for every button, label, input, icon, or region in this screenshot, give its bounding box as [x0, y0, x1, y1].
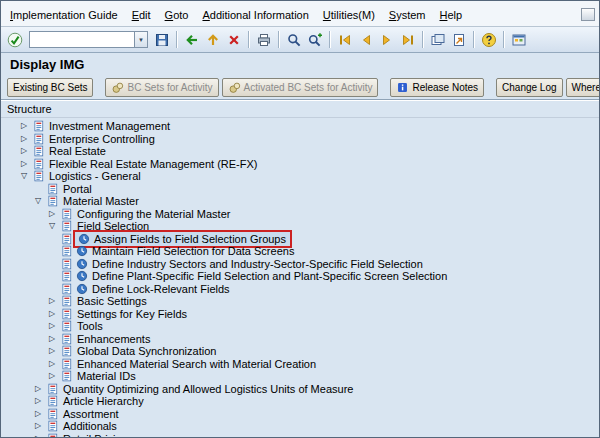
tree-item[interactable]: ▷Enhanced Material Search with Material … — [1, 358, 599, 371]
tree-item[interactable]: ▷Basic Settings — [1, 295, 599, 308]
next-page-icon[interactable] — [377, 30, 397, 50]
tree-item-label: Maintain Field Selection for Data Screen… — [89, 245, 297, 257]
expand-icon[interactable]: ▷ — [45, 322, 59, 330]
tree-item-label: Configuring the Material Master — [74, 208, 233, 220]
expand-icon[interactable]: ▷ — [31, 410, 45, 418]
img-activity-icon[interactable] — [74, 283, 89, 295]
collapse-icon[interactable]: ▽ — [31, 197, 45, 205]
find-icon[interactable] — [284, 30, 304, 50]
document-icon — [45, 183, 60, 195]
tree-item[interactable]: ▷Material IDs — [1, 370, 599, 383]
last-page-icon[interactable] — [398, 30, 418, 50]
menu-item-additional-information[interactable]: Additional Information — [195, 7, 315, 23]
document-icon — [45, 383, 60, 395]
window-menu-button[interactable] — [581, 8, 595, 21]
document-icon — [31, 120, 46, 132]
tree-item-label: Quantity Optimizing and Allowed Logistic… — [60, 383, 356, 395]
tree-item[interactable]: ▷Investment Management — [1, 120, 599, 133]
img-activity-icon[interactable] — [76, 233, 91, 245]
img-activity-icon[interactable] — [74, 258, 89, 270]
tree-item[interactable]: ▷Enterprise Controlling — [1, 133, 599, 146]
command-field[interactable] — [29, 31, 135, 48]
menu-item-system[interactable]: System — [382, 7, 433, 23]
standard-toolbar: ▼ — [1, 27, 599, 53]
menu-item-utilities-m[interactable]: Utilities(M) — [316, 7, 382, 23]
tree-item-label: Logistics - General — [46, 170, 144, 182]
cancel-icon[interactable] — [224, 30, 244, 50]
tree-item-label: Enhancements — [74, 333, 153, 345]
tree-item[interactable]: Portal — [1, 183, 599, 196]
collapse-icon[interactable]: ▽ — [17, 172, 31, 180]
tree-item[interactable]: ▷Article Hierarchy — [1, 395, 599, 408]
expand-icon[interactable]: ▷ — [45, 335, 59, 343]
tree-item[interactable]: ▷Additionals — [1, 420, 599, 433]
menu-bar: Implementation GuideEditGotoAdditional I… — [1, 1, 599, 27]
tree-item-label: Define Industry Sectors and Industry-Sec… — [89, 258, 426, 270]
tree-item[interactable]: ▷Flexible Real Estate Management (RE-FX) — [1, 158, 599, 171]
command-field-dropdown-icon[interactable]: ▼ — [135, 31, 148, 48]
menu-item-help[interactable]: Help — [433, 7, 470, 23]
expand-icon[interactable]: ▷ — [17, 135, 31, 143]
enter-icon[interactable] — [5, 30, 25, 50]
expand-icon[interactable]: ▷ — [17, 147, 31, 155]
activated-bc-sets-for-activity-button: Activated BC Sets for Activity — [222, 78, 379, 97]
tree-item[interactable]: Define Lock-Relevant Fields — [1, 283, 599, 296]
expand-icon[interactable]: ▷ — [17, 160, 31, 168]
toolbar-separator — [473, 31, 475, 48]
tree-item[interactable]: ▽Material Master — [1, 195, 599, 208]
expand-icon[interactable]: ▷ — [31, 385, 45, 393]
document-icon — [59, 208, 74, 220]
document-icon — [31, 133, 46, 145]
menu-item-edit[interactable]: Edit — [125, 7, 158, 23]
tree-item[interactable]: ▷Real Estate — [1, 145, 599, 158]
tree-item[interactable]: ▽Logistics - General — [1, 170, 599, 183]
help-icon[interactable] — [479, 30, 499, 50]
exit-icon[interactable] — [203, 30, 223, 50]
tree-item[interactable]: ▷Configuring the Material Master — [1, 208, 599, 221]
tree-item[interactable]: ▷Enhancements — [1, 333, 599, 346]
expand-icon[interactable]: ▷ — [45, 347, 59, 355]
expand-icon[interactable]: ▷ — [31, 397, 45, 405]
existing-bc-sets-button[interactable]: Existing BC Sets — [7, 78, 93, 97]
tree-item[interactable]: ▷Quantity Optimizing and Allowed Logisti… — [1, 383, 599, 396]
tree-item[interactable]: ▷Assortment — [1, 408, 599, 421]
previous-page-icon[interactable] — [356, 30, 376, 50]
tree-item[interactable]: Define Industry Sectors and Industry-Sec… — [1, 258, 599, 271]
where-else-used-button[interactable]: Where Else Used — [566, 78, 600, 97]
back-icon[interactable] — [182, 30, 202, 50]
expand-icon[interactable]: ▷ — [31, 422, 45, 430]
new-session-icon[interactable] — [428, 30, 448, 50]
tree-item[interactable]: ▷Tools — [1, 320, 599, 333]
img-activity-icon[interactable] — [74, 245, 89, 257]
save-icon[interactable] — [152, 30, 172, 50]
tree-item[interactable]: Define Plant-Specific Field Selection an… — [1, 270, 599, 283]
tree-item[interactable]: Maintain Field Selection for Data Screen… — [1, 245, 599, 258]
tree-item[interactable]: ▷Global Data Synchronization — [1, 345, 599, 358]
customize-layout-icon[interactable] — [509, 30, 529, 50]
expand-icon[interactable]: ▷ — [31, 435, 45, 437]
tree-item-label: Assortment — [60, 408, 122, 420]
expand-icon[interactable]: ▷ — [45, 210, 59, 218]
tree-item[interactable]: ▷Settings for Key Fields — [1, 308, 599, 321]
tree-item[interactable]: ▷Retail Pricing — [1, 433, 599, 438]
print-icon[interactable] — [254, 30, 274, 50]
release-notes-button[interactable]: Release Notes — [390, 78, 484, 97]
document-icon — [59, 370, 74, 382]
toolbar-separator — [503, 31, 505, 48]
tree-item[interactable]: Assign Fields to Field Selection Groups — [1, 233, 599, 246]
create-shortcut-icon[interactable] — [449, 30, 469, 50]
menu-item-goto[interactable]: Goto — [158, 7, 196, 23]
tree-item-label: Article Hierarchy — [60, 395, 147, 407]
expand-icon[interactable]: ▷ — [45, 310, 59, 318]
change-log-button[interactable]: Change Log — [496, 78, 563, 97]
img-activity-icon[interactable] — [74, 270, 89, 282]
collapse-icon[interactable]: ▽ — [45, 222, 59, 230]
expand-icon[interactable]: ▷ — [45, 372, 59, 380]
document-icon — [31, 170, 46, 182]
menu-item-implementation-guide[interactable]: Implementation Guide — [3, 7, 125, 23]
expand-icon[interactable]: ▷ — [17, 122, 31, 130]
expand-icon[interactable]: ▷ — [45, 360, 59, 368]
find-next-icon[interactable] — [305, 30, 325, 50]
first-page-icon[interactable] — [335, 30, 355, 50]
expand-icon[interactable]: ▷ — [45, 297, 59, 305]
